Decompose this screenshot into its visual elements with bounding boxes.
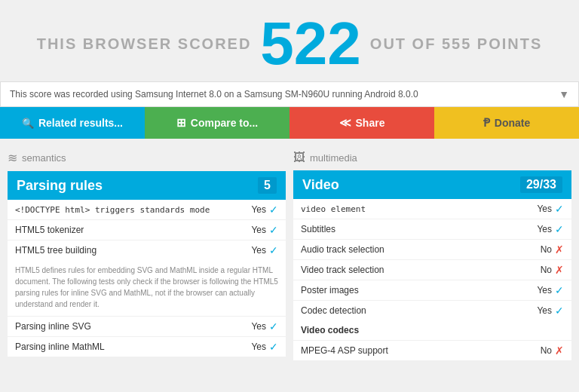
check-icon: ✓ — [555, 305, 564, 317]
feature-name: Subtitles — [301, 224, 537, 234]
compare-to-button[interactable]: Compare to... — [145, 107, 290, 139]
result-text: No — [541, 345, 552, 356]
info-bar-text: This score was recorded using Samsung In… — [10, 89, 418, 100]
share-icon — [339, 116, 351, 130]
result-text: Yes — [251, 204, 266, 215]
feature-name: video element — [301, 204, 537, 214]
left-feature-list: <!DOCTYPE html> triggers standards modeY… — [8, 200, 286, 357]
related-results-button[interactable]: Related results... — [0, 107, 145, 139]
share-label: Share — [356, 117, 385, 129]
feature-row: HTML5 tree buildingYes✓ — [8, 240, 286, 260]
feature-row: Parsing inline MathMLYes✓ — [8, 337, 286, 357]
feature-row: Audio track selectionNo✗ — [293, 240, 571, 260]
related-label: Related results... — [38, 117, 123, 129]
result-text: Yes — [537, 305, 552, 316]
grid-icon — [176, 116, 186, 130]
semantics-icon: ≋ — [8, 151, 17, 165]
check-icon: ✓ — [269, 224, 278, 236]
donate-icon — [483, 116, 490, 130]
result-text: Yes — [537, 285, 552, 296]
result-text: Yes — [251, 225, 266, 235]
result-text: Yes — [537, 224, 552, 234]
feature-name: HTML5 tree building — [15, 245, 251, 256]
feature-result: Yes✓ — [537, 305, 564, 317]
feature-result: Yes✓ — [251, 320, 278, 332]
result-text: No — [541, 244, 552, 255]
result-text: No — [541, 265, 552, 275]
check-icon: ✓ — [269, 341, 278, 353]
left-category-header: Parsing rules 5 — [8, 171, 286, 200]
right-section-label: 🖼 multimedia — [293, 151, 571, 164]
feature-name: Audio track selection — [301, 244, 541, 255]
right-category-score: 29/33 — [520, 176, 562, 193]
left-description: HTML5 defines rules for embedding SVG an… — [8, 260, 286, 317]
multimedia-label: multimedia — [310, 152, 357, 164]
feature-row: SubtitlesYes✓ — [293, 219, 571, 240]
score-display: THIS BROWSER SCORED 522 OUT OF 555 POINT… — [8, 14, 571, 74]
left-category-title: Parsing rules — [17, 178, 103, 194]
cross-icon: ✗ — [555, 264, 564, 276]
donate-button[interactable]: Donate — [434, 107, 579, 139]
score-suffix: OUT OF 555 POINTS — [370, 35, 542, 53]
check-icon: ✓ — [555, 223, 564, 235]
result-text: Yes — [251, 245, 266, 256]
right-feature-list: video elementYes✓SubtitlesYes✓Audio trac… — [293, 199, 571, 360]
feature-name: Video track selection — [301, 265, 541, 275]
feature-row: video elementYes✓ — [293, 199, 571, 219]
feature-row: Parsing inline SVGYes✓ — [8, 317, 286, 337]
multimedia-icon: 🖼 — [293, 151, 305, 164]
check-icon: ✓ — [269, 204, 278, 216]
feature-row: MPEG-4 ASP supportNo✗ — [293, 341, 571, 360]
result-text: Yes — [251, 321, 266, 332]
info-bar-arrow[interactable]: ▼ — [559, 88, 569, 100]
score-prefix: THIS BROWSER SCORED — [37, 35, 252, 53]
feature-result: No✗ — [541, 345, 564, 357]
left-column: ≋ semantics Parsing rules 5 <!DOCTYPE ht… — [8, 151, 286, 360]
feature-row: Poster imagesYes✓ — [293, 280, 571, 301]
right-category-title: Video — [302, 177, 339, 193]
feature-name: <!DOCTYPE html> triggers standards mode — [15, 204, 251, 215]
check-icon: ✓ — [555, 284, 564, 296]
video-codecs-header: Video codecs — [293, 320, 571, 341]
feature-result: No✗ — [541, 243, 564, 256]
feature-row: HTML5 tokenizerYes✓ — [8, 220, 286, 240]
action-buttons-row: Related results... Compare to... Share D… — [0, 107, 579, 139]
right-category-header: Video 29/33 — [293, 170, 571, 199]
info-bar: This score was recorded using Samsung In… — [0, 81, 579, 107]
feature-name: Poster images — [301, 285, 537, 296]
cross-icon: ✗ — [555, 345, 564, 357]
feature-result: Yes✓ — [251, 204, 278, 216]
feature-name: MPEG-4 ASP support — [301, 345, 541, 356]
result-text: Yes — [537, 204, 552, 214]
feature-row: Codec detectionYes✓ — [293, 301, 571, 320]
result-text: Yes — [251, 341, 266, 352]
feature-name: HTML5 tokenizer — [15, 225, 251, 235]
feature-name: Codec detection — [301, 305, 537, 316]
compare-label: Compare to... — [191, 117, 258, 129]
feature-row: Video track selectionNo✗ — [293, 260, 571, 280]
search-icon — [22, 117, 34, 129]
feature-row: <!DOCTYPE html> triggers standards modeY… — [8, 200, 286, 220]
left-section-label: ≋ semantics — [8, 151, 286, 165]
cross-icon: ✗ — [555, 243, 564, 256]
score-number: 522 — [260, 14, 360, 74]
right-column: 🖼 multimedia Video 29/33 video elementYe… — [293, 151, 571, 360]
feature-result: Yes✓ — [251, 341, 278, 353]
feature-result: Yes✓ — [251, 244, 278, 256]
donate-label: Donate — [495, 117, 530, 129]
feature-name: Parsing inline MathML — [15, 341, 251, 352]
check-icon: ✓ — [269, 320, 278, 332]
semantics-label: semantics — [22, 152, 66, 164]
feature-result: Yes✓ — [537, 223, 564, 235]
main-content: ≋ semantics Parsing rules 5 <!DOCTYPE ht… — [0, 139, 579, 372]
feature-result: Yes✓ — [251, 224, 278, 236]
check-icon: ✓ — [555, 203, 564, 215]
feature-result: Yes✓ — [537, 203, 564, 215]
share-button[interactable]: Share — [290, 107, 434, 139]
check-icon: ✓ — [269, 244, 278, 256]
feature-result: Yes✓ — [537, 284, 564, 296]
left-category-score: 5 — [258, 177, 277, 194]
feature-name: Parsing inline SVG — [15, 321, 251, 332]
score-header: THIS BROWSER SCORED 522 OUT OF 555 POINT… — [0, 0, 579, 81]
feature-result: No✗ — [541, 264, 564, 276]
